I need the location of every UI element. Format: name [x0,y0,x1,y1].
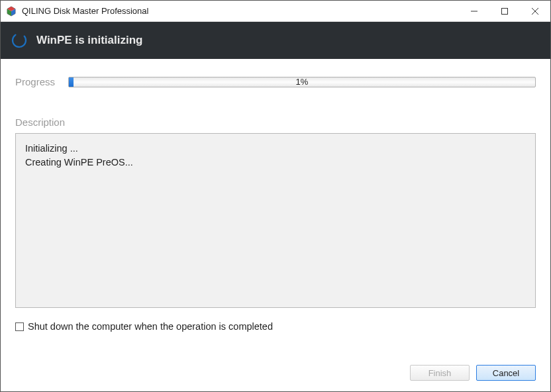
minimize-button[interactable] [459,1,489,21]
finish-button-label: Finish [428,368,452,378]
description-box: Initializing ... Creating WinPE PreOS... [15,133,536,308]
titlebar: QILING Disk Master Professional [1,1,550,22]
button-row: Finish Cancel [15,352,536,381]
window-controls [459,1,550,21]
progress-row: Progress 1% [15,76,536,87]
page-title: WinPE is initializing [36,34,142,47]
checkbox-icon[interactable] [15,322,24,331]
progress-label: Progress [15,76,68,87]
cancel-button[interactable]: Cancel [476,365,536,381]
finish-button: Finish [410,365,470,381]
progress-percent-text: 1% [69,77,535,87]
close-button[interactable] [520,1,550,21]
window-title: QILING Disk Master Professional [22,6,459,16]
app-icon [6,6,17,17]
maximize-button[interactable] [489,1,520,21]
description-label: Description [15,117,536,128]
page-header: WinPE is initializing [1,22,550,59]
svg-rect-5 [502,8,508,14]
content-area: Progress 1% Description Initializing ...… [1,59,550,391]
loading-icon [11,32,27,48]
description-line: Initializing ... [25,142,526,156]
shutdown-checkbox-label: Shut down the computer when the operatio… [28,321,273,332]
shutdown-checkbox-row[interactable]: Shut down the computer when the operatio… [15,321,536,332]
description-line: Creating WinPE PreOS... [25,156,526,170]
svg-point-8 [11,32,27,48]
progress-bar: 1% [68,77,536,87]
cancel-button-label: Cancel [493,368,519,378]
